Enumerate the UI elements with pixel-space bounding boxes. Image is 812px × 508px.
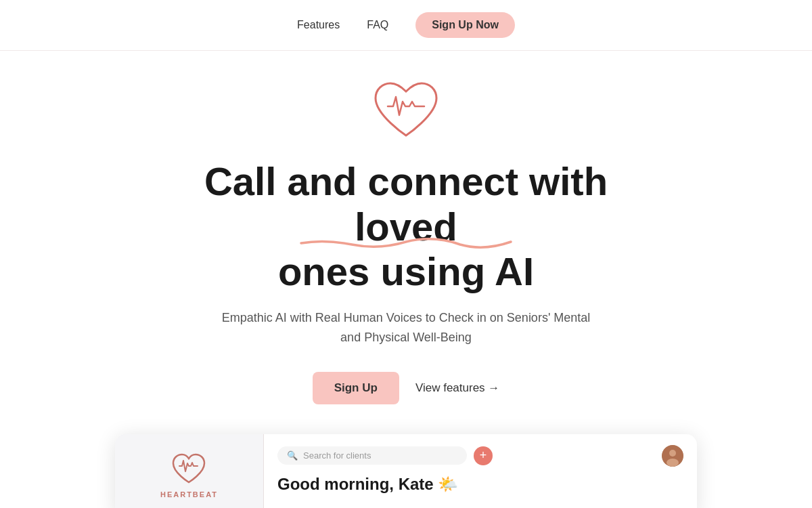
app-sidebar: HEARTBEAT: [115, 434, 264, 508]
view-features-link[interactable]: View features →: [415, 381, 499, 395]
hero-signup-button[interactable]: Sign Up: [313, 372, 399, 404]
title-underline: [298, 236, 514, 249]
greeting-text: Good morning, Kate 🌤️: [277, 475, 683, 494]
search-bar[interactable]: 🔍 Search for clients: [277, 446, 467, 465]
add-client-button[interactable]: +: [474, 446, 493, 465]
nav-faq[interactable]: FAQ: [367, 19, 388, 31]
app-window: HEARTBEAT 🔍 Search for clients +: [115, 434, 697, 508]
search-placeholder-text: Search for clients: [303, 450, 371, 461]
search-row: 🔍 Search for clients +: [277, 445, 683, 467]
hero-section: Call and connect with loved ones using A…: [0, 51, 812, 404]
sidebar-brand-name: HEARTBEAT: [160, 490, 218, 499]
avatar[interactable]: [662, 445, 683, 467]
hero-logo-icon: [369, 78, 443, 146]
sidebar-logo-icon: [171, 451, 207, 486]
svg-point-2: [667, 459, 679, 467]
app-main-content: 🔍 Search for clients + Good morning, Kat…: [264, 434, 697, 508]
sidebar-logo: HEARTBEAT: [160, 451, 218, 499]
svg-point-1: [669, 450, 676, 457]
app-preview: HEARTBEAT 🔍 Search for clients +: [0, 434, 812, 508]
hero-actions: Sign Up View features →: [313, 372, 500, 404]
navigation: Features FAQ Sign Up Now: [0, 0, 812, 51]
nav-features[interactable]: Features: [297, 19, 340, 31]
hero-subtitle: Empathic AI with Real Human Voices to Ch…: [217, 308, 595, 347]
hero-title: Call and connect with loved ones using A…: [169, 159, 643, 295]
search-icon: 🔍: [287, 450, 298, 461]
nav-signup-button[interactable]: Sign Up Now: [415, 12, 515, 38]
